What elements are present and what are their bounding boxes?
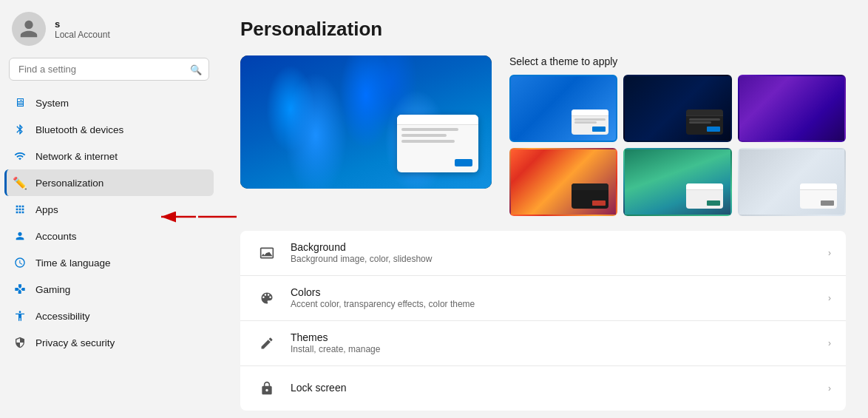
colors-arrow: › (828, 293, 831, 303)
preview-window (397, 115, 478, 172)
page-title: Personalization (240, 18, 846, 41)
settings-item-background[interactable]: Background Background image, color, slid… (240, 231, 846, 276)
sidebar-item-time[interactable]: Time & language (4, 249, 214, 276)
sidebar: s Local Account 🔍 🖥 System Bluetooth & d… (0, 0, 218, 418)
preview-titlebar (397, 115, 478, 125)
sidebar-item-network[interactable]: Network & internet (4, 143, 214, 169)
sidebar-item-bluetooth[interactable]: Bluetooth & devices (4, 116, 214, 143)
preview-btn (455, 159, 472, 166)
preview-line2 (401, 134, 447, 137)
theme-item-2[interactable] (623, 75, 731, 142)
theme-preview (240, 55, 492, 189)
apps-icon (13, 203, 27, 216)
main-content: Personalization Select a theme to apply (218, 0, 868, 418)
lock-screen-text: Lock screen (291, 382, 816, 394)
theme-item-3[interactable] (738, 75, 846, 142)
settings-item-lock-screen[interactable]: Lock screen › (240, 366, 846, 411)
settings-item-colors[interactable]: Colors Accent color, transparency effect… (240, 276, 846, 321)
sidebar-item-label: Network & internet (35, 151, 118, 162)
sidebar-item-apps[interactable]: Apps (4, 196, 214, 223)
settings-list: Background Background image, color, slid… (240, 231, 846, 411)
theme-label: Select a theme to apply (509, 55, 846, 67)
sidebar-item-system[interactable]: 🖥 System (4, 90, 214, 116)
theme-grid (509, 75, 846, 216)
accounts-icon (13, 229, 27, 243)
sidebar-item-accounts[interactable]: Accounts (4, 223, 214, 249)
colors-icon (255, 286, 279, 310)
nav-list: 🖥 System Bluetooth & devices Network & i… (0, 88, 218, 418)
themes-arrow: › (828, 338, 831, 348)
sidebar-item-label: Privacy & security (35, 337, 115, 348)
system-icon: 🖥 (13, 96, 27, 109)
lock-screen-icon (255, 377, 279, 400)
user-account: Local Account (55, 30, 110, 40)
theme-item-5[interactable] (623, 148, 731, 215)
sidebar-item-accessibility[interactable]: Accessibility (4, 303, 214, 329)
time-icon (13, 256, 27, 269)
search-box[interactable]: 🔍 (9, 58, 209, 81)
preview-line3 (401, 140, 455, 143)
theme-item-1[interactable] (509, 75, 617, 142)
themes-title: Themes (291, 331, 816, 343)
sidebar-item-personalization[interactable]: ✏️ Personalization (4, 169, 214, 196)
themes-icon (255, 331, 279, 355)
network-icon (13, 149, 27, 163)
theme-selector: Select a theme to apply (509, 55, 846, 216)
colors-title: Colors (291, 286, 816, 298)
theme-item-4[interactable] (509, 148, 617, 215)
theme-item-6[interactable] (738, 148, 846, 215)
privacy-icon (13, 336, 27, 349)
sidebar-item-label: Apps (35, 204, 58, 215)
content-area: Select a theme to apply (240, 55, 846, 216)
background-arrow: › (828, 248, 831, 258)
avatar (12, 12, 46, 46)
user-name: s (55, 18, 110, 30)
sidebar-item-privacy[interactable]: Privacy & security (4, 329, 214, 356)
sidebar-item-label: Personalization (35, 178, 104, 189)
settings-item-themes[interactable]: Themes Install, create, manage › (240, 321, 846, 366)
user-info: s Local Account (55, 18, 110, 40)
preview-wallpaper (240, 55, 492, 189)
lock-screen-title: Lock screen (291, 382, 816, 394)
preview-line1 (401, 128, 458, 131)
sidebar-item-label: Time & language (35, 257, 111, 269)
sidebar-item-label: Accessibility (35, 311, 90, 322)
search-icon: 🔍 (190, 64, 202, 75)
user-section[interactable]: s Local Account (0, 0, 218, 55)
colors-text: Colors Accent color, transparency effect… (291, 286, 816, 309)
themes-desc: Install, create, manage (291, 344, 816, 354)
colors-desc: Accent color, transparency effects, colo… (291, 299, 816, 309)
gaming-icon (13, 283, 27, 296)
personalization-icon: ✏️ (13, 176, 27, 189)
accessibility-icon (13, 309, 27, 323)
sidebar-item-gaming[interactable]: Gaming (4, 276, 214, 303)
background-title: Background (291, 241, 816, 253)
sidebar-item-label: Gaming (35, 284, 70, 295)
background-desc: Background image, color, slideshow (291, 254, 816, 264)
background-text: Background Background image, color, slid… (291, 241, 816, 264)
sidebar-item-label: System (35, 98, 69, 109)
sidebar-item-label: Accounts (35, 231, 77, 242)
sidebar-item-label: Bluetooth & devices (35, 124, 123, 135)
themes-text: Themes Install, create, manage (291, 331, 816, 354)
bluetooth-icon (13, 123, 27, 136)
background-icon (255, 241, 279, 265)
search-input[interactable] (9, 58, 209, 81)
lock-screen-arrow: › (828, 383, 831, 394)
